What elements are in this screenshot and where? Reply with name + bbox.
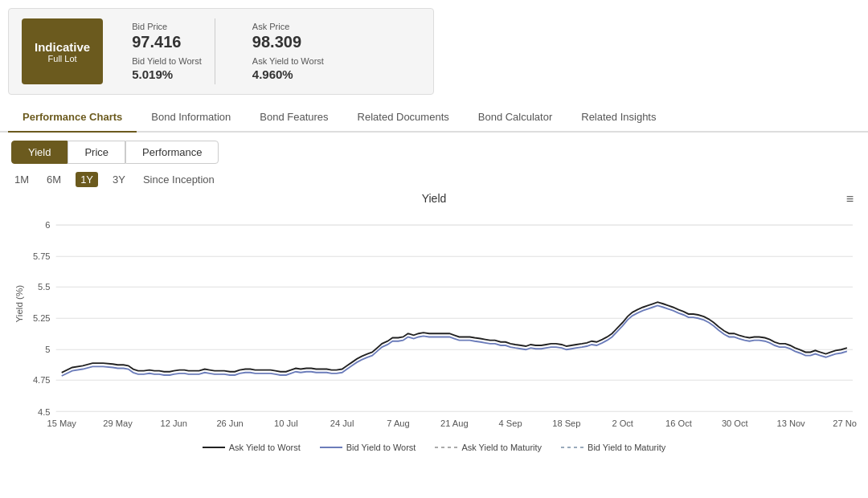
bid-price-value: 97.416 bbox=[132, 33, 202, 51]
chart-tab-performance[interactable]: Performance bbox=[125, 141, 219, 164]
ask-price-label: Ask Price bbox=[252, 22, 324, 31]
time-6m[interactable]: 6M bbox=[43, 172, 64, 187]
svg-text:30 Oct: 30 Oct bbox=[722, 418, 749, 428]
chart-container: Yield ≡ .grid-line { stroke: #e0e0e0; st… bbox=[11, 192, 857, 449]
svg-text:13 Nov: 13 Nov bbox=[776, 418, 805, 428]
svg-text:21 Aug: 21 Aug bbox=[440, 418, 469, 428]
legend-label-bid-maturity: Bid Yield to Maturity bbox=[588, 443, 665, 452]
svg-text:12 Jun: 12 Jun bbox=[161, 418, 187, 428]
chart-legend: Ask Yield to Worst Bid Yield to Worst As… bbox=[11, 443, 857, 452]
indicative-sub: Full Lot bbox=[48, 54, 77, 63]
time-range: 1M 6M 1Y 3Y Since Inception bbox=[11, 172, 857, 187]
legend-bid-worst: Bid Yield to Worst bbox=[320, 443, 416, 452]
ask-col: Ask Price 98.309 Ask Yield to Worst 4.96… bbox=[240, 18, 337, 84]
svg-text:5.75: 5.75 bbox=[33, 251, 51, 261]
nav-tabs: Performance Charts Bond Information Bond… bbox=[0, 103, 868, 133]
svg-text:24 Jul: 24 Jul bbox=[330, 418, 354, 428]
svg-text:Yield (%): Yield (%) bbox=[14, 285, 24, 323]
ask-yield-label: Ask Yield to Worst bbox=[252, 56, 324, 66]
indicative-label: Indicative Full Lot bbox=[22, 18, 103, 84]
svg-text:4.5: 4.5 bbox=[38, 406, 50, 416]
legend-label-bid-worst: Bid Yield to Worst bbox=[346, 443, 416, 452]
legend-line-bid-worst bbox=[320, 447, 342, 448]
tab-performance-charts[interactable]: Performance Charts bbox=[8, 103, 137, 133]
svg-text:4.75: 4.75 bbox=[33, 375, 51, 385]
bid-col: Bid Price 97.416 Bid Yield to Worst 5.01… bbox=[119, 18, 215, 84]
chart-title: Yield bbox=[11, 192, 857, 205]
ask-price-value: 98.309 bbox=[252, 33, 324, 51]
svg-text:27 Nov: 27 Nov bbox=[833, 418, 857, 428]
chart-section: Yield Price Performance 1M 6M 1Y 3Y Sinc… bbox=[0, 133, 868, 449]
tab-bond-features[interactable]: Bond Features bbox=[245, 103, 342, 133]
chart-tab-price[interactable]: Price bbox=[68, 141, 125, 164]
indicative-title: Indicative bbox=[35, 40, 90, 54]
chart-tab-yield[interactable]: Yield bbox=[11, 141, 68, 164]
chart-tabs: Yield Price Performance bbox=[11, 141, 857, 164]
svg-text:26 Jun: 26 Jun bbox=[216, 418, 243, 428]
svg-text:29 May: 29 May bbox=[103, 418, 133, 428]
time-since-inception[interactable]: Since Inception bbox=[140, 172, 218, 187]
tab-related-insights[interactable]: Related Insights bbox=[567, 103, 670, 133]
tab-bond-information[interactable]: Bond Information bbox=[137, 103, 245, 133]
svg-text:5.25: 5.25 bbox=[33, 313, 51, 323]
legend-line-ask-worst bbox=[203, 447, 225, 448]
svg-text:7 Aug: 7 Aug bbox=[387, 418, 409, 428]
svg-text:4 Sep: 4 Sep bbox=[499, 418, 522, 428]
bid-price-label: Bid Price bbox=[132, 22, 202, 31]
bid-yield-label: Bid Yield to Worst bbox=[132, 56, 202, 66]
time-1y[interactable]: 1Y bbox=[76, 172, 98, 187]
bid-yield-value: 5.019% bbox=[132, 67, 202, 81]
legend-label-ask-maturity: Ask Yield to Maturity bbox=[461, 443, 542, 452]
svg-text:18 Sep: 18 Sep bbox=[552, 418, 580, 428]
svg-text:10 Jul: 10 Jul bbox=[274, 418, 298, 428]
ask-yield-value: 4.960% bbox=[252, 67, 324, 81]
svg-text:15 May: 15 May bbox=[47, 418, 76, 428]
price-group: Bid Price 97.416 Bid Yield to Worst 5.01… bbox=[119, 18, 337, 84]
svg-text:5: 5 bbox=[45, 345, 50, 354]
time-1m[interactable]: 1M bbox=[11, 172, 32, 187]
tab-bond-calculator[interactable]: Bond Calculator bbox=[464, 103, 567, 133]
legend-ask-maturity: Ask Yield to Maturity bbox=[435, 443, 542, 452]
legend-ask-worst: Ask Yield to Worst bbox=[203, 443, 301, 452]
svg-text:6: 6 bbox=[45, 220, 50, 230]
time-3y[interactable]: 3Y bbox=[109, 172, 129, 187]
chart-menu-icon[interactable]: ≡ bbox=[846, 192, 854, 206]
legend-line-bid-maturity bbox=[561, 447, 583, 448]
tab-related-documents[interactable]: Related Documents bbox=[343, 103, 464, 133]
indicative-panel: Indicative Full Lot Bid Price 97.416 Bid… bbox=[8, 8, 434, 95]
svg-text:16 Oct: 16 Oct bbox=[665, 418, 693, 428]
legend-line-ask-maturity bbox=[435, 447, 457, 448]
svg-text:5.5: 5.5 bbox=[38, 282, 50, 292]
legend-label-ask-worst: Ask Yield to Worst bbox=[229, 443, 301, 452]
legend-bid-maturity: Bid Yield to Maturity bbox=[561, 443, 665, 452]
svg-text:2 Oct: 2 Oct bbox=[612, 418, 633, 428]
yield-chart: .grid-line { stroke: #e0e0e0; stroke-wid… bbox=[11, 208, 857, 437]
